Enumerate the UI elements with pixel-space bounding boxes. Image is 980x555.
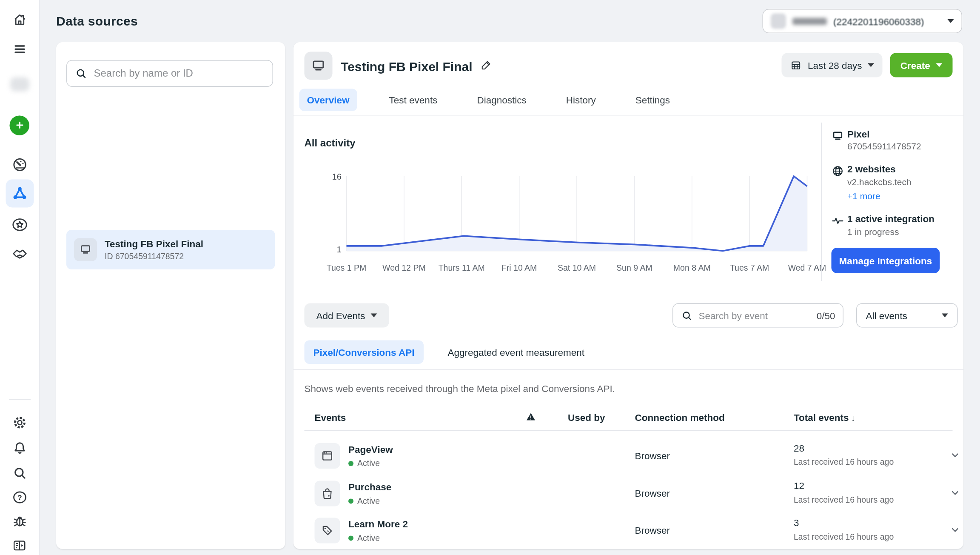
sort-descending-icon: ↓ [851, 412, 855, 423]
caret-down-icon [371, 314, 377, 318]
active-status-dot [348, 535, 353, 541]
settings-gear-icon[interactable] [9, 412, 30, 433]
overview-speedometer-icon[interactable] [9, 154, 30, 175]
source-search[interactable] [66, 60, 273, 87]
home-icon[interactable] [9, 10, 30, 30]
y-axis-tick: 1 [337, 245, 342, 255]
x-axis-tick: Wed 12 PM [382, 263, 426, 273]
account-name-blurred [792, 17, 827, 25]
collapse-panel-icon[interactable] [9, 535, 30, 555]
shopping-bag-icon [315, 481, 340, 506]
account-switcher[interactable]: (2242201196060338) [763, 9, 963, 33]
pixel-label: Pixel [847, 129, 870, 140]
x-axis-tick: Tues 7 AM [730, 263, 769, 273]
header-divider [293, 116, 963, 117]
data-source-detail-panel: Testing FB Pixel Final Last 28 days Crea… [293, 42, 963, 549]
detail-tabs: Overview Test events Diagnostics History… [299, 88, 678, 111]
more-websites-link[interactable]: +1 more [847, 191, 880, 201]
activity-chart [347, 176, 807, 251]
calendar-icon [790, 59, 802, 72]
source-search-input[interactable] [94, 68, 265, 79]
tab-settings[interactable]: Settings [628, 89, 678, 111]
websites-label: 2 websites [847, 163, 896, 175]
table-row[interactable]: PageView Active Browser 28 Last received… [293, 442, 963, 479]
col-header-used-by[interactable]: Used by [568, 412, 605, 423]
last-received: Last received 16 hours ago [794, 532, 894, 542]
event-name: Learn More 2 [348, 518, 408, 529]
source-id: ID 670545911478572 [105, 251, 203, 262]
warning-icon [526, 412, 536, 425]
search-icon[interactable] [9, 463, 30, 483]
connection-method: Browser [635, 525, 670, 536]
integrations-label: 1 active integration [847, 213, 934, 224]
last-received: Last received 16 hours ago [794, 495, 894, 505]
event-search[interactable]: 0/50 [672, 303, 843, 328]
caret-down-icon [868, 63, 874, 67]
chart-title: All activity [305, 137, 356, 149]
edit-pencil-icon[interactable] [480, 59, 493, 74]
subtab-aem[interactable]: Aggregated event measurement [439, 340, 593, 364]
col-header-total[interactable]: Total events↓ [794, 412, 855, 423]
help-icon[interactable]: ? [9, 487, 30, 508]
tab-diagnostics[interactable]: Diagnostics [469, 89, 534, 111]
menu-icon[interactable] [9, 39, 30, 60]
event-name: Purchase [348, 481, 391, 492]
table-row[interactable]: Learn More 2 Active Browser 3 Last recei… [293, 517, 963, 549]
plus-icon [10, 115, 30, 135]
tab-overview[interactable]: Overview [299, 89, 357, 111]
x-axis-tick: Sun 9 AM [616, 263, 652, 273]
subtab-divider [293, 369, 963, 370]
notifications-bell-icon[interactable] [9, 438, 30, 458]
laptop-icon [832, 130, 844, 143]
expand-chevron-icon[interactable] [949, 524, 961, 538]
event-search-input[interactable] [699, 310, 811, 321]
expand-chevron-icon[interactable] [949, 487, 961, 501]
total-events: 28 [794, 443, 804, 454]
table-row[interactable]: Purchase Active Browser 12 Last received… [293, 480, 963, 517]
add-events-label: Add Events [316, 310, 365, 321]
partners-handshake-icon[interactable] [9, 245, 30, 265]
x-axis-tick: Thurs 11 AM [439, 263, 485, 273]
favorites-star-icon[interactable] [9, 215, 30, 235]
subtab-pixel-api[interactable]: Pixel/Conversions API [305, 340, 424, 364]
source-title: Testing FB Pixel Final [105, 238, 203, 249]
pixel-id: 670545911478572 [847, 141, 921, 152]
date-range-label: Last 28 days [808, 60, 862, 71]
col-header-connection[interactable]: Connection method [635, 412, 725, 423]
globe-icon [832, 165, 844, 177]
source-list-item-selected[interactable]: Testing FB Pixel Final ID 67054591147857… [66, 230, 275, 269]
tab-history[interactable]: History [558, 89, 604, 111]
x-axis-tick: Mon 8 AM [673, 263, 711, 273]
integrations-sub: 1 in progress [847, 227, 899, 237]
col-header-events[interactable]: Events [315, 412, 346, 423]
connection-subtabs: Pixel/Conversions API Aggregated event m… [305, 340, 593, 364]
laptop-icon [74, 238, 97, 261]
account-logo-blurred [771, 14, 786, 29]
left-nav-rail: ? [0, 0, 40, 555]
tab-test-events[interactable]: Test events [382, 89, 445, 111]
data-sources-icon[interactable] [6, 180, 34, 208]
pixel-title: Testing FB Pixel Final [341, 59, 472, 74]
date-range-button[interactable]: Last 28 days [782, 53, 883, 77]
chart-y-axis: 161 [313, 176, 342, 251]
chart-x-axis: Tues 1 PMWed 12 PMThurs 11 AMFri 10 AMSa… [347, 263, 807, 273]
active-status-dot [348, 461, 353, 466]
add-events-button[interactable]: Add Events [305, 303, 390, 328]
create-label: Create [900, 60, 930, 71]
active-status-dot [348, 498, 353, 504]
table-header-divider [305, 430, 953, 431]
event-status: Active [348, 458, 380, 468]
event-filter-dropdown[interactable]: All events [856, 303, 958, 328]
report-bug-icon[interactable] [9, 511, 30, 531]
search-counter: 0/50 [817, 310, 835, 321]
manage-integrations-button[interactable]: Manage Integrations [832, 248, 940, 273]
expand-chevron-icon[interactable] [949, 449, 961, 463]
browser-window-icon [315, 443, 340, 469]
total-events: 12 [794, 480, 804, 491]
data-sources-list-panel: Testing FB Pixel Final ID 67054591147857… [56, 42, 285, 549]
create-plus-button[interactable] [9, 115, 30, 135]
x-axis-tick: Wed 7 AM [788, 263, 826, 273]
create-button[interactable]: Create [890, 53, 953, 77]
total-events: 3 [794, 517, 799, 528]
search-icon [75, 67, 88, 80]
